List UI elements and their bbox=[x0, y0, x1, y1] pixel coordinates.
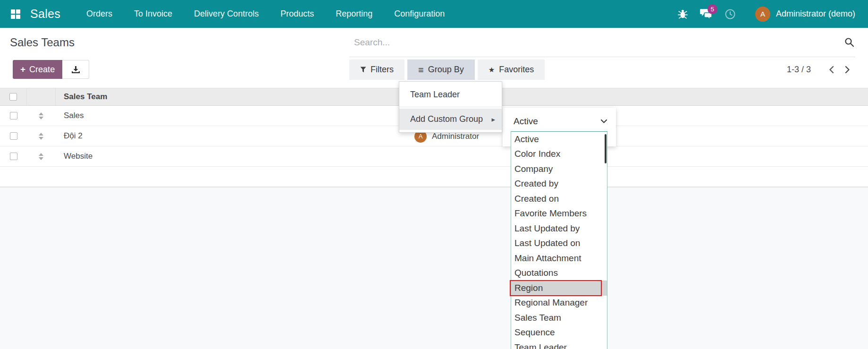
menu-reporting[interactable]: Reporting bbox=[325, 0, 383, 28]
drag-handle-icon[interactable] bbox=[39, 133, 43, 140]
search-input[interactable] bbox=[349, 37, 844, 48]
systray: 5 A Administrator (demo) bbox=[671, 7, 868, 22]
export-download-button[interactable] bbox=[62, 60, 89, 79]
filter-funnel-icon bbox=[360, 67, 366, 73]
create-button-label: Create bbox=[29, 65, 55, 75]
row-checkbox[interactable] bbox=[10, 153, 17, 160]
select-option[interactable]: Color Index bbox=[511, 147, 607, 162]
select-option[interactable]: Created by bbox=[511, 177, 607, 192]
group-by-dropdown-menu: Team Leader Add Custom Group ▸ bbox=[399, 81, 502, 133]
select-option[interactable]: Active bbox=[511, 132, 607, 147]
filters-button[interactable]: Filters bbox=[349, 60, 405, 80]
messages-icon[interactable]: 5 bbox=[695, 9, 718, 19]
chevron-right-icon bbox=[845, 66, 850, 74]
leader-name: Administrator bbox=[432, 132, 479, 141]
select-option[interactable]: Regional Manager bbox=[511, 296, 607, 311]
menu-delivery-controls[interactable]: Delivery Controls bbox=[183, 0, 270, 28]
select-list-scrollbar[interactable] bbox=[605, 134, 607, 163]
group-by-bars-icon: ≡ bbox=[418, 65, 424, 75]
select-option[interactable]: Last Updated by bbox=[511, 221, 607, 236]
pager-range: 1-3 / 3 bbox=[787, 65, 811, 75]
pager-previous-button[interactable] bbox=[823, 62, 839, 78]
handle-column-header bbox=[27, 88, 55, 105]
search-icon[interactable] bbox=[844, 37, 854, 47]
user-avatar: A bbox=[755, 7, 770, 22]
debug-bug-icon[interactable] bbox=[671, 9, 695, 19]
create-button[interactable]: + Create bbox=[13, 60, 62, 79]
group-by-label: Group By bbox=[428, 65, 464, 75]
messages-badge: 5 bbox=[708, 4, 717, 14]
top-navbar: Sales Orders To Invoice Delivery Control… bbox=[0, 0, 868, 28]
filter-toolbar: Filters ≡ Group By ★ Favorites bbox=[349, 60, 548, 80]
caret-right-icon: ▸ bbox=[491, 115, 495, 124]
activities-clock-icon[interactable] bbox=[718, 9, 742, 20]
favorites-star-icon: ★ bbox=[489, 66, 495, 74]
menu-orders[interactable]: Orders bbox=[76, 0, 123, 28]
apps-menu-icon[interactable] bbox=[8, 6, 24, 22]
custom-group-field-select[interactable]: Active bbox=[503, 110, 616, 133]
select-option-region[interactable]: Region bbox=[511, 281, 607, 296]
team-name-cell: Website bbox=[55, 146, 868, 166]
select-option[interactable]: Team Leader bbox=[511, 340, 607, 349]
select-option[interactable]: Created on bbox=[511, 191, 607, 206]
select-option[interactable]: Quotations bbox=[511, 266, 607, 281]
pager-next-button[interactable] bbox=[839, 62, 855, 78]
select-option[interactable]: Sequence bbox=[511, 325, 607, 340]
select-option[interactable]: Sales Team bbox=[511, 310, 607, 325]
create-button-group: + Create bbox=[13, 60, 89, 79]
menu-configuration[interactable]: Configuration bbox=[383, 0, 455, 28]
select-option[interactable]: Main Attachment bbox=[511, 251, 607, 266]
user-name: Administrator (demo) bbox=[776, 9, 855, 19]
app-brand-title[interactable]: Sales bbox=[30, 7, 60, 21]
favorites-label: Favorites bbox=[499, 65, 534, 75]
app-menu: Orders To Invoice Delivery Controls Prod… bbox=[76, 0, 455, 28]
pager: 1-3 / 3 bbox=[787, 60, 855, 80]
chevron-down-icon bbox=[600, 119, 607, 124]
group-by-button[interactable]: ≡ Group By bbox=[407, 60, 475, 80]
sales-teams-page: Sales Orders To Invoice Delivery Control… bbox=[0, 0, 868, 349]
favorites-button[interactable]: ★ Favorites bbox=[478, 60, 545, 80]
menu-products[interactable]: Products bbox=[270, 0, 325, 28]
chevron-left-icon bbox=[829, 66, 834, 74]
page-title: Sales Teams bbox=[10, 36, 75, 49]
menu-to-invoice[interactable]: To Invoice bbox=[123, 0, 183, 28]
select-all-checkbox[interactable] bbox=[9, 93, 17, 101]
download-icon bbox=[71, 66, 80, 74]
row-checkbox[interactable] bbox=[10, 132, 17, 140]
drag-handle-icon[interactable] bbox=[39, 153, 43, 160]
plus-icon: + bbox=[20, 64, 25, 75]
select-option[interactable]: Favorite Members bbox=[511, 206, 607, 221]
select-option[interactable]: Last Updated on bbox=[511, 236, 607, 251]
add-custom-group-item[interactable]: Add Custom Group ▸ bbox=[399, 109, 502, 130]
row-checkbox[interactable] bbox=[10, 112, 17, 119]
group-by-option-team-leader[interactable]: Team Leader bbox=[399, 84, 502, 105]
selected-field-value: Active bbox=[514, 116, 538, 127]
menu-divider bbox=[399, 107, 502, 107]
user-menu[interactable]: A Administrator (demo) bbox=[755, 7, 855, 22]
field-select-option-list: Active Color Index Company Created by Cr… bbox=[511, 131, 607, 349]
filters-label: Filters bbox=[371, 65, 394, 75]
drag-handle-icon[interactable] bbox=[39, 112, 43, 119]
select-option[interactable]: Company bbox=[511, 162, 607, 177]
table-row[interactable]: Website bbox=[0, 146, 868, 167]
search-bar bbox=[349, 28, 855, 57]
add-custom-group-label: Add Custom Group bbox=[410, 114, 483, 124]
